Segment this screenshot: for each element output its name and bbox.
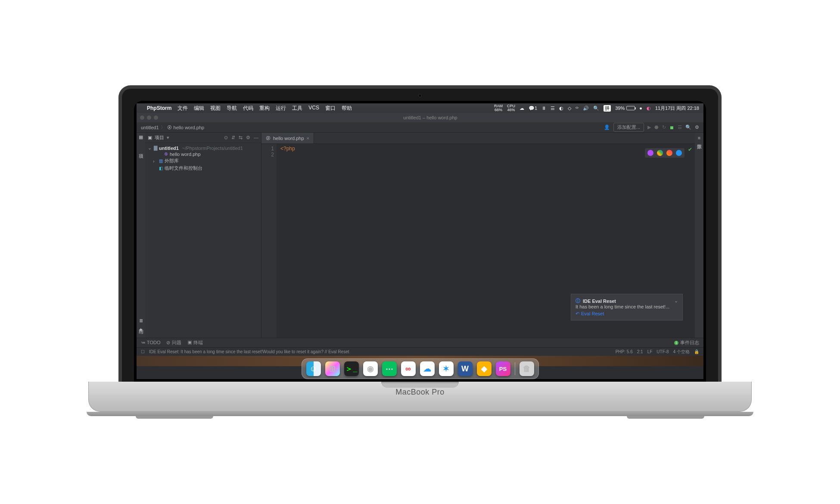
status-message[interactable]: IDE Eval Reset: It has been a long time … — [149, 349, 349, 354]
dock-terminal[interactable]: ＞_ — [344, 361, 359, 376]
status-php[interactable]: PHP: 5.6 — [616, 349, 633, 354]
settings-icon[interactable]: ⚙ — [695, 124, 699, 130]
add-user-icon[interactable]: 👤 — [604, 124, 610, 130]
php-file-icon: ⦿ — [266, 136, 271, 141]
project-panel-title[interactable]: 项目 — [155, 134, 164, 141]
search-icon[interactable]: 🔍 — [685, 124, 691, 130]
dock-cloud[interactable]: ☁ — [420, 361, 435, 376]
line-gutter: 1 2 — [261, 144, 277, 338]
select-opened-icon[interactable]: ⊙ — [224, 135, 228, 140]
project-tool-label[interactable]: 项目 — [138, 149, 144, 150]
status-encoding[interactable]: UTF-8 — [656, 349, 669, 354]
cloud-tray-icon[interactable]: ☁ — [520, 106, 524, 111]
event-log-tool[interactable]: 1 事件日志 — [674, 339, 699, 346]
expand-all-icon[interactable]: ⇵ — [231, 135, 235, 140]
todo-tool[interactable]: ≔ TODO — [141, 340, 160, 345]
dock-finder[interactable]: ☺ — [306, 361, 321, 376]
panel-settings-icon[interactable]: ⚙ — [246, 135, 250, 140]
menu-tools[interactable]: 工具 — [292, 105, 302, 112]
dock-safari[interactable]: ✶ — [439, 361, 454, 376]
tray-icon-4[interactable]: ◇ — [568, 106, 571, 111]
debug-icon[interactable]: ⬣ — [654, 124, 659, 130]
dock-chrome[interactable]: ◉ — [363, 361, 378, 376]
menu-help[interactable]: 帮助 — [342, 105, 352, 112]
menu-code[interactable]: 代码 — [243, 105, 253, 112]
more-icon[interactable]: ☰ — [678, 124, 682, 130]
menu-window[interactable]: 窗口 — [325, 105, 336, 112]
chevron-down-icon[interactable]: ▾ — [167, 135, 169, 140]
window-zoom-button[interactable] — [154, 115, 158, 120]
cpu-meter[interactable]: CPU46% — [507, 104, 515, 112]
status-message-icon[interactable]: ☐ — [141, 349, 145, 354]
menu-view[interactable]: 视图 — [210, 105, 221, 112]
volume-icon[interactable]: 🔊 — [583, 106, 589, 111]
firefox-browser-icon[interactable] — [666, 150, 672, 156]
bottom-tool-stripe: ≔ TODO ⊘ 问题 ▣ 终端 1 事件日志 — [137, 338, 703, 347]
collapse-all-icon[interactable]: ⇆ — [239, 135, 243, 140]
tray-dot-2[interactable]: ◐ — [647, 106, 651, 111]
phpstorm-browser-icon[interactable] — [647, 150, 653, 156]
status-bar: ☐ IDE Eval Reset: It has been a long tim… — [137, 347, 703, 356]
window-close-button[interactable] — [140, 115, 144, 120]
tree-external-libs[interactable]: ›▥ 外部库 — [145, 157, 261, 165]
run-config-selector[interactable]: 添加配置... — [613, 123, 644, 132]
menu-refactor[interactable]: 重构 — [259, 105, 270, 112]
chrome-browser-icon[interactable] — [657, 150, 663, 156]
inspections-ok-icon[interactable]: ✔ — [688, 146, 692, 152]
dock-sketch[interactable]: ◆ — [477, 361, 492, 376]
datetime[interactable]: 11月17日 周四 22:18 — [655, 105, 699, 112]
battery-indicator[interactable]: 39% — [615, 106, 635, 111]
editor-tab[interactable]: ⦿ hello word.php × — [261, 133, 314, 143]
dock-launchpad[interactable]: ⊞ — [325, 361, 340, 376]
menu-edit[interactable]: 编辑 — [194, 105, 204, 112]
dock-separator — [515, 362, 515, 375]
status-line-ending[interactable]: LF — [647, 349, 653, 354]
tree-scratches[interactable]: ◧ 临时文件和控制台 — [145, 165, 261, 172]
status-indent[interactable]: 4 个空格 — [673, 349, 690, 355]
project-tool-icon[interactable]: ▦ — [139, 134, 143, 140]
favorites-tool-icon[interactable]: ★ — [139, 327, 143, 333]
hide-panel-icon[interactable]: — — [254, 135, 258, 140]
dock-trash[interactable]: 🗑 — [520, 361, 534, 376]
run-icon[interactable]: ▶ — [647, 124, 651, 130]
battery-icon — [626, 106, 635, 110]
menu-vcs[interactable]: VCS — [308, 105, 319, 112]
structure-tool-icon[interactable]: ≣ — [139, 318, 143, 324]
app-menu[interactable]: PhpStorm — [147, 105, 171, 111]
notification-collapse-icon[interactable]: ⌄ — [674, 298, 678, 304]
wechat-tray-icon[interactable]: 💬1 — [529, 106, 537, 111]
status-lock-icon[interactable]: 🔒 — [694, 349, 699, 354]
breadcrumb-root[interactable]: untitled1 — [141, 125, 159, 130]
stop-icon[interactable]: ⏹ — [669, 125, 674, 130]
macos-menubar: PhpStorm 文件 编辑 视图 导航 代码 重构 运行 工具 VCS 窗口 … — [137, 103, 703, 113]
tray-dot-1[interactable]: ● — [639, 106, 642, 111]
safari-browser-icon[interactable] — [676, 150, 682, 156]
window-minimize-button[interactable] — [147, 115, 151, 120]
breadcrumb-file[interactable]: hello word.php — [174, 125, 205, 130]
dock-word[interactable]: W — [458, 361, 473, 376]
tree-file[interactable]: ⦿ hello word.php — [145, 151, 261, 157]
dock-baidudisk[interactable]: ∞ — [401, 361, 416, 376]
spotlight-icon[interactable]: 🔍 — [593, 106, 599, 111]
navigation-bar: untitled1 〉 ⦿ hello word.php 👤 添加配置... ▶… — [137, 122, 703, 133]
wifi-icon[interactable]: ⌔ — [576, 106, 579, 111]
close-tab-icon[interactable]: × — [307, 136, 309, 141]
menu-run[interactable]: 运行 — [276, 105, 286, 112]
database-tool-icon[interactable]: ≡ — [698, 135, 700, 140]
problems-tool[interactable]: ⊘ 问题 — [166, 339, 181, 346]
ram-meter[interactable]: RAM66% — [494, 104, 503, 112]
tray-icon-2[interactable]: ☰ — [551, 106, 555, 111]
dock-phpstorm[interactable]: PS — [496, 361, 510, 376]
notification-action[interactable]: ↶ Eval Reset — [576, 311, 678, 317]
menu-navigate[interactable]: 导航 — [227, 105, 237, 112]
input-method[interactable]: 拼 — [604, 105, 611, 112]
tree-root[interactable]: ⌄▇ untitled1 ~/PhpstormProjects/untitled… — [145, 145, 261, 151]
app-menus: 文件 编辑 视图 导航 代码 重构 运行 工具 VCS 窗口 帮助 — [177, 105, 352, 112]
coverage-icon[interactable]: ↻ — [662, 124, 666, 130]
status-position[interactable]: 2:1 — [637, 349, 643, 354]
tray-icon-3[interactable]: ◐ — [559, 106, 563, 111]
tray-icon-1[interactable]: ⏸ — [541, 106, 546, 111]
terminal-tool[interactable]: ▣ 终端 — [187, 339, 203, 346]
menu-file[interactable]: 文件 — [177, 105, 188, 112]
dock-wechat[interactable]: ⋯ — [382, 361, 397, 376]
